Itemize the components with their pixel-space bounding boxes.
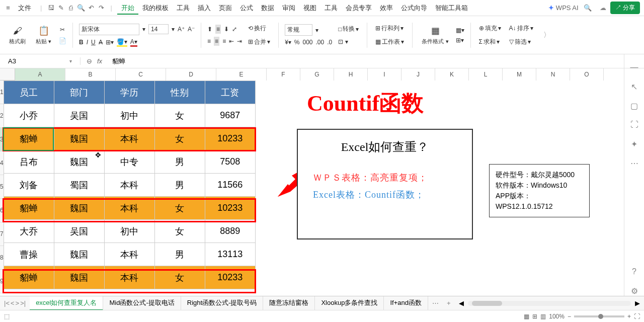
column-header[interactable]: M — [503, 68, 536, 80]
row-header[interactable]: 4 — [0, 151, 4, 175]
properties-icon[interactable]: ✦ — [629, 139, 639, 149]
table-cell[interactable]: 女 — [154, 220, 205, 243]
table-cell[interactable]: 魏国 — [54, 243, 104, 266]
menu-tab[interactable]: 会员专享 — [342, 2, 376, 14]
menu-tab[interactable]: 开始 — [117, 2, 138, 15]
comma-icon[interactable]: 000 — [303, 39, 313, 46]
help-icon[interactable]: ? — [629, 267, 639, 277]
align-center-icon[interactable]: ≡ — [214, 37, 219, 46]
table-cell[interactable]: 貂蝉 — [4, 266, 54, 289]
cloud-icon[interactable]: ☁ — [600, 4, 606, 12]
zoom-slider[interactable] — [574, 315, 624, 317]
settings-icon[interactable]: ⚙ — [629, 286, 639, 296]
sum-button[interactable]: Σ 求和 ▾ — [477, 37, 503, 47]
column-header[interactable]: I — [368, 68, 401, 80]
view-normal-icon[interactable]: ▦ — [524, 313, 529, 320]
zoom-value[interactable]: 100% — [549, 313, 565, 320]
column-header[interactable]: L — [469, 68, 503, 80]
menu-tab[interactable]: 视图 — [299, 2, 320, 14]
table-cell[interactable]: 本科 — [104, 174, 154, 197]
select-all-corner[interactable] — [0, 68, 15, 80]
data-table[interactable]: 员工部门学历性别工资小乔吴国初中女9687貂蝉魏国本科女10233吕布魏国中专男… — [4, 80, 256, 289]
name-box[interactable]: A3 ▾ — [0, 57, 80, 65]
format-button[interactable]: ⊡ ▾ — [336, 37, 361, 46]
italic-button[interactable]: I — [87, 39, 88, 46]
view-break-icon[interactable]: ▥ — [540, 313, 546, 320]
copy-icon[interactable]: 📄 — [58, 37, 66, 45]
cond-format-label[interactable]: 条件格式 ▾ — [422, 38, 448, 45]
hscroll-left-icon[interactable]: ◀ — [459, 299, 464, 307]
paste-label[interactable]: 粘贴 ▾ — [36, 38, 51, 45]
menu-tab[interactable]: 效率 — [376, 2, 397, 14]
fullscreen-icon[interactable]: ⛶ — [634, 313, 640, 320]
percent-icon[interactable]: % — [294, 39, 300, 46]
record-macro-icon[interactable]: ⬚ — [4, 313, 10, 320]
table-cell[interactable]: 9687 — [205, 104, 255, 127]
select-tool-icon[interactable]: ↖ — [629, 82, 639, 92]
zoom-in-icon[interactable]: + — [627, 313, 631, 320]
table-header-cell[interactable]: 员工 — [4, 81, 54, 104]
table-cell[interactable]: 本科 — [104, 127, 154, 150]
table-cell[interactable]: 女 — [154, 266, 205, 289]
decimal-inc-icon[interactable]: .00 — [316, 39, 325, 46]
column-header[interactable]: B — [65, 68, 116, 80]
menu-tab[interactable]: 公式 — [236, 2, 257, 14]
wps-ai-button[interactable]: ✦ WPS AI 🔍 — [544, 4, 596, 12]
menu-tab[interactable]: 工具 — [320, 2, 342, 14]
hscroll-right-icon[interactable]: ▶ — [635, 299, 640, 307]
table-cell[interactable]: 初中 — [104, 220, 154, 243]
table-cell[interactable]: 大乔 — [4, 220, 54, 243]
sheet-tab[interactable]: 随意冻结窗格 — [263, 296, 315, 310]
paste-icon[interactable]: 📋 — [38, 25, 50, 37]
table-cell[interactable]: 10233 — [205, 266, 255, 289]
table-cell[interactable]: 刘备 — [4, 174, 54, 197]
table-cell[interactable]: 本科 — [104, 243, 154, 266]
more-icon[interactable]: ⋯ — [629, 158, 639, 168]
sheet-tab[interactable]: Right函数公式-提取号码 — [181, 296, 264, 310]
row-header[interactable]: 8 — [0, 246, 4, 270]
table-header-cell[interactable]: 性别 — [154, 81, 205, 104]
table-cell[interactable]: 女 — [154, 127, 205, 150]
column-header[interactable]: F — [267, 68, 300, 80]
menu-tab[interactable]: 我的模板 — [138, 2, 173, 14]
table-header-cell[interactable]: 工资 — [205, 81, 255, 104]
table-cell[interactable]: 魏国 — [54, 127, 104, 150]
column-header[interactable]: D — [166, 68, 216, 80]
table-cell[interactable]: 魏国 — [54, 197, 104, 220]
fill-color-button[interactable]: 🪣▾ — [117, 38, 127, 47]
strike-button[interactable]: A̶ — [99, 39, 103, 46]
font-color-button[interactable]: A▾ — [130, 38, 137, 47]
sheet-prev-icon[interactable]: < — [11, 299, 15, 307]
format-painter-icon[interactable]: 🖌 — [12, 25, 24, 37]
align-left-icon[interactable]: ≡ — [207, 38, 211, 45]
table-style-icon[interactable]: ▦▾ — [456, 27, 464, 34]
hscroll-thumb[interactable] — [472, 301, 502, 306]
border-button[interactable]: ⊞▾ — [106, 39, 114, 46]
column-header[interactable]: G — [300, 68, 334, 80]
table-cell[interactable]: 中专 — [104, 150, 154, 174]
table-cell[interactable]: 蜀国 — [54, 174, 104, 197]
formula-input[interactable]: 貂蝉 — [108, 57, 129, 66]
decrease-font-icon[interactable]: A⁻ — [188, 26, 195, 33]
view-page-icon[interactable]: ⊞ — [532, 313, 537, 320]
menu-tab[interactable]: 工具 — [173, 2, 194, 14]
table-cell[interactable]: 13113 — [205, 243, 255, 266]
table-cell[interactable]: 男 — [154, 174, 205, 197]
menu-tab[interactable]: 公式向导 — [397, 2, 431, 14]
sheet-tab[interactable]: excel如何查重复人名 — [30, 296, 103, 310]
sheet-first-icon[interactable]: |< — [4, 299, 10, 307]
screenshot-icon[interactable]: ⛶ — [629, 120, 639, 130]
table-cell[interactable]: 女 — [154, 104, 205, 127]
font-name-combo[interactable]: 新宋体 — [79, 24, 139, 35]
merge-button[interactable]: ⊞ 合并 ▾ — [246, 37, 272, 47]
save-icon[interactable]: 🖫 — [47, 4, 55, 12]
sheet-tab[interactable]: If+and函数 — [384, 296, 428, 310]
share-button[interactable]: ↗ 分享 — [610, 2, 640, 14]
hamburger-icon[interactable]: ≡ — [4, 4, 12, 12]
decimal-dec-icon[interactable]: .0 — [327, 39, 332, 46]
print-preview-icon[interactable]: 🔍 — [77, 4, 85, 12]
cancel-fx-icon[interactable]: ⊖ — [87, 57, 92, 65]
menu-tab[interactable]: 审阅 — [278, 2, 299, 14]
table-cell[interactable]: 11566 — [205, 174, 255, 197]
filter-button[interactable]: ▽ 筛选 ▾ — [507, 37, 535, 47]
